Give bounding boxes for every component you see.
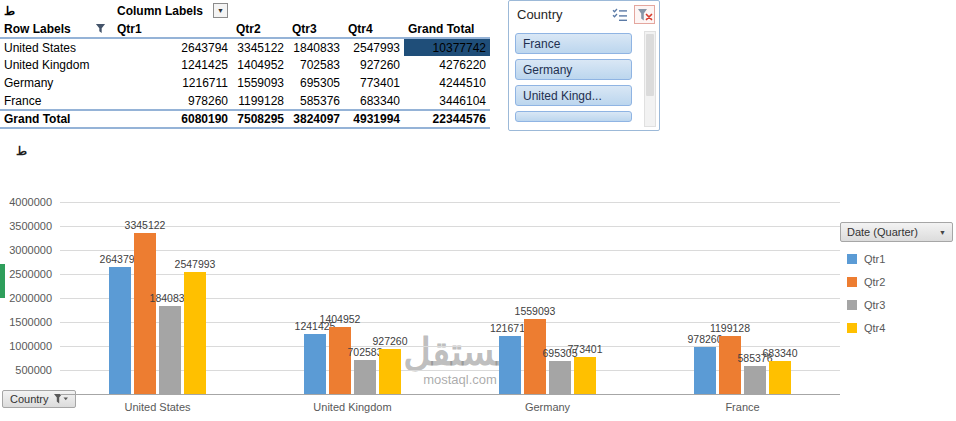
chart-corner-text: ط bbox=[16, 144, 27, 158]
pivot-chart: ط Date (Quarter) ▼ Qtr1Qtr2Qtr3Qtr4 Coun… bbox=[0, 138, 956, 421]
legend-item-qtr2[interactable]: Qtr2 bbox=[847, 276, 953, 288]
pivot-value-cell[interactable]: 2547993 bbox=[344, 38, 404, 56]
legend-item-qtr4[interactable]: Qtr4 bbox=[847, 322, 953, 334]
slicer-scroll-thumb[interactable] bbox=[646, 34, 654, 96]
bar-qtr4-france[interactable] bbox=[769, 361, 791, 394]
y-axis-label: 1500000 bbox=[0, 316, 52, 328]
bar-qtr2-united-states[interactable] bbox=[134, 233, 156, 394]
pivot-value-cell[interactable]: 10377742 bbox=[404, 38, 490, 56]
bar-qtr2-united-kingdom[interactable] bbox=[329, 327, 351, 394]
legend-swatch bbox=[847, 277, 857, 287]
bar-data-label: 1404952 bbox=[313, 313, 367, 325]
pivot-value-cell[interactable]: 683340 bbox=[344, 92, 404, 110]
pivot-value-cell[interactable]: 1840833 bbox=[288, 38, 344, 56]
bar-data-label: 773401 bbox=[558, 343, 612, 355]
pivot-value-cell[interactable]: 1404952 bbox=[232, 56, 288, 74]
pivot-value-cell[interactable]: 978260 bbox=[113, 92, 232, 110]
empty-cell[interactable] bbox=[232, 1, 490, 20]
column-header[interactable]: Qtr4 bbox=[344, 20, 404, 38]
grand-total-cell[interactable]: 3824097 bbox=[288, 110, 344, 128]
column-header[interactable]: Qtr3 bbox=[288, 20, 344, 38]
pivot-value-cell[interactable]: 4276220 bbox=[404, 56, 490, 74]
multi-select-icon[interactable] bbox=[609, 5, 630, 24]
bar-qtr3-united-states[interactable] bbox=[159, 306, 181, 394]
grand-total-cell[interactable]: 22344576 bbox=[404, 110, 490, 128]
y-axis-label: 2500000 bbox=[0, 268, 52, 280]
category-label: United Kingdom bbox=[255, 401, 450, 413]
bar-data-label: 3345122 bbox=[118, 219, 172, 231]
bar-qtr4-germany[interactable] bbox=[574, 357, 596, 394]
legend-label: Qtr3 bbox=[864, 299, 885, 311]
legend-field-button[interactable]: Date (Quarter) ▼ bbox=[840, 222, 953, 242]
grand-total-cell[interactable]: 4931994 bbox=[344, 110, 404, 128]
pivot-value-cell[interactable]: 1559093 bbox=[232, 74, 288, 92]
legend-label: Qtr4 bbox=[864, 322, 885, 334]
pivot-value-cell[interactable]: 695305 bbox=[288, 74, 344, 92]
row-labels-filter-icon[interactable] bbox=[92, 21, 109, 36]
bar-qtr1-united-kingdom[interactable] bbox=[304, 334, 326, 394]
gridline bbox=[60, 250, 840, 251]
row-labels-cell[interactable]: Row Labels bbox=[0, 20, 113, 38]
y-axis-label: 500000 bbox=[0, 364, 52, 376]
pivot-value-cell[interactable]: 3345122 bbox=[232, 38, 288, 56]
bar-data-label: 1559093 bbox=[508, 305, 562, 317]
slicer-scrollbar[interactable] bbox=[644, 31, 656, 127]
x-axis-line bbox=[60, 394, 840, 395]
row-label[interactable]: Germany bbox=[0, 74, 113, 92]
grand-total-cell[interactable]: 6080190 bbox=[113, 110, 232, 128]
row-label[interactable]: United States bbox=[0, 38, 113, 56]
pivot-value-cell[interactable]: 1241425 bbox=[113, 56, 232, 74]
slicer-item-partial[interactable] bbox=[515, 111, 632, 122]
bar-qtr4-united-kingdom[interactable] bbox=[379, 349, 401, 394]
pivot-value-cell[interactable]: 3446104 bbox=[404, 92, 490, 110]
column-header[interactable]: Qtr2 bbox=[232, 20, 288, 38]
pivot-value-cell[interactable]: 1216711 bbox=[113, 74, 232, 92]
slicer-item[interactable]: France bbox=[515, 33, 632, 54]
category-label: United States bbox=[60, 401, 255, 413]
y-axis-label: 1000000 bbox=[0, 340, 52, 352]
column-labels-cell[interactable]: Column Labels▼ bbox=[113, 1, 232, 20]
slicer-item[interactable]: Germany bbox=[515, 59, 632, 80]
pivot-value-cell[interactable]: 2643794 bbox=[113, 38, 232, 56]
y-axis-label: 3000000 bbox=[0, 244, 52, 256]
legend-swatch bbox=[847, 254, 857, 264]
legend-item-qtr3[interactable]: Qtr3 bbox=[847, 299, 953, 311]
pivot-value-cell[interactable]: 773401 bbox=[344, 74, 404, 92]
column-header[interactable]: Qtr1 bbox=[113, 20, 232, 38]
category-label: Germany bbox=[450, 401, 645, 413]
corner-cell[interactable]: ط bbox=[0, 1, 113, 20]
chart-legend: Date (Quarter) ▼ Qtr1Qtr2Qtr3Qtr4 bbox=[840, 222, 953, 334]
bar-qtr3-france[interactable] bbox=[744, 366, 766, 394]
legend-item-qtr1[interactable]: Qtr1 bbox=[847, 253, 953, 265]
legend-item-list: Qtr1Qtr2Qtr3Qtr4 bbox=[840, 253, 953, 334]
gridline bbox=[60, 202, 840, 203]
legend-label: Qtr1 bbox=[864, 253, 885, 265]
y-axis-label: 2000000 bbox=[0, 292, 52, 304]
bar-qtr1-france[interactable] bbox=[694, 347, 716, 394]
row-label[interactable]: France bbox=[0, 92, 113, 110]
slicer-item[interactable]: United Kingd... bbox=[515, 85, 632, 106]
row-label[interactable]: United Kingdom bbox=[0, 56, 113, 74]
pivot-value-cell[interactable]: 4244510 bbox=[404, 74, 490, 92]
bar-qtr3-germany[interactable] bbox=[549, 361, 571, 394]
pivot-value-cell[interactable]: 585376 bbox=[288, 92, 344, 110]
dropdown-arrow-icon: ▼ bbox=[939, 229, 946, 236]
grand-total-cell[interactable]: 7508295 bbox=[232, 110, 288, 128]
bar-qtr1-united-states[interactable] bbox=[109, 267, 131, 394]
bar-qtr4-united-states[interactable] bbox=[184, 272, 206, 394]
bar-qtr3-united-kingdom[interactable] bbox=[354, 360, 376, 394]
bar-qtr1-germany[interactable] bbox=[499, 336, 521, 394]
pivot-value-cell[interactable]: 927260 bbox=[344, 56, 404, 74]
pivot-value-cell[interactable]: 702583 bbox=[288, 56, 344, 74]
slicer-header: Country bbox=[509, 1, 659, 28]
legend-swatch bbox=[847, 300, 857, 310]
gridline bbox=[60, 226, 840, 227]
bar-data-label: 1199128 bbox=[703, 322, 757, 334]
grand-total-label[interactable]: Grand Total bbox=[0, 110, 113, 128]
column-header[interactable]: Grand Total bbox=[404, 20, 490, 38]
bar-qtr2-france[interactable] bbox=[719, 336, 741, 394]
column-labels-dropdown-icon[interactable]: ▼ bbox=[213, 3, 228, 18]
pivot-data-row: United States264379433451221840833254799… bbox=[0, 38, 490, 56]
clear-filter-icon[interactable] bbox=[634, 5, 655, 24]
pivot-value-cell[interactable]: 1199128 bbox=[232, 92, 288, 110]
